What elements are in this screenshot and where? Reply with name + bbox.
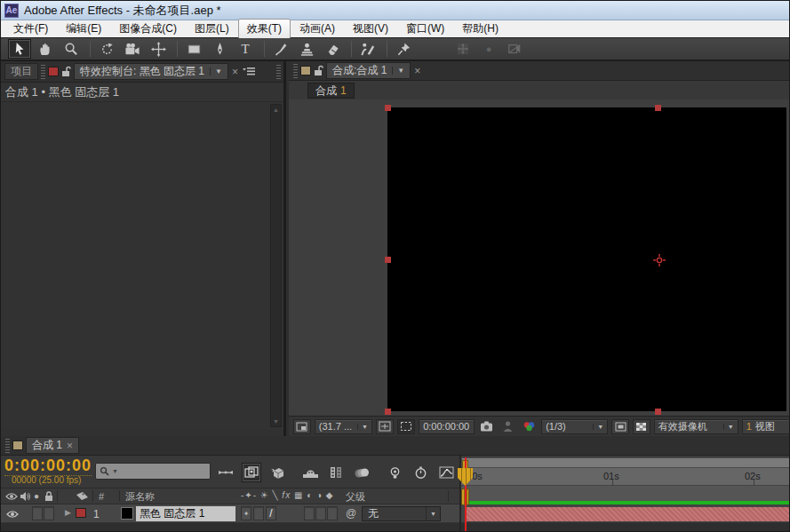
menu-view[interactable]: 视图(V): [344, 19, 397, 39]
puppet-pin-tool-icon[interactable]: [392, 39, 415, 59]
menu-file[interactable]: 文件(F): [4, 19, 57, 39]
layer-shy-toggle[interactable]: ✦: [241, 506, 251, 520]
eraser-tool-icon[interactable]: [321, 39, 344, 59]
tab-composition[interactable]: 合成:合成 1 ▼: [326, 62, 411, 79]
menu-layer[interactable]: 图层(L): [186, 19, 238, 39]
view-axis-mode-icon[interactable]: [503, 39, 526, 59]
layer-label-chip[interactable]: [76, 508, 86, 518]
comp-viewer-button[interactable]: 合成 1: [307, 83, 355, 99]
layer-handle-top-left[interactable]: [385, 105, 391, 111]
close-panel-icon[interactable]: ×: [414, 65, 420, 77]
work-area-bar[interactable]: [461, 457, 790, 468]
vertical-scrollbar[interactable]: ▲ ▼: [270, 104, 282, 427]
column-source-name[interactable]: 源名称: [125, 490, 155, 504]
selection-tool-icon[interactable]: [8, 39, 31, 59]
rotation-tool-icon[interactable]: [95, 39, 118, 59]
layer-expand-icon[interactable]: ▶: [65, 508, 71, 517]
parent-dropdown[interactable]: 无 ▼: [362, 506, 441, 521]
safe-margins-icon[interactable]: [376, 419, 394, 434]
show-channels-icon[interactable]: [520, 419, 538, 434]
unlock-icon[interactable]: [61, 66, 71, 77]
layer-handle-bottom-center[interactable]: [655, 409, 661, 415]
menu-edit[interactable]: 编辑(E): [57, 19, 110, 39]
type-tool-icon[interactable]: T: [234, 39, 257, 59]
layer-duration-bar[interactable]: [466, 507, 790, 521]
layer-audio-toggle[interactable]: [32, 506, 43, 520]
close-panel-icon[interactable]: ×: [232, 66, 238, 78]
transparency-grid-icon[interactable]: [611, 419, 629, 434]
composition-canvas[interactable]: [387, 107, 786, 411]
parent-pickwhip-icon[interactable]: @: [346, 507, 356, 520]
frame-blending-icon[interactable]: [326, 463, 346, 482]
search-options-icon[interactable]: ▼: [112, 468, 118, 474]
roto-brush-tool-icon[interactable]: [356, 39, 379, 59]
live-update-icon[interactable]: [242, 463, 261, 482]
close-tab-icon[interactable]: ×: [67, 440, 73, 452]
composition-viewport[interactable]: [289, 99, 790, 416]
layer-name[interactable]: 黑色 固态层 1: [136, 506, 235, 521]
viewer-timecode[interactable]: 0:00:00:00: [419, 419, 475, 434]
brainstorm-icon[interactable]: [385, 463, 404, 482]
mini-flowchart-icon[interactable]: [216, 463, 235, 482]
panel-grip[interactable]: [276, 65, 281, 79]
current-time-display[interactable]: 0:00:00:00: [4, 457, 92, 476]
unlock-icon[interactable]: [314, 65, 323, 76]
time-ruler[interactable]: :00s 01s 02s: [461, 468, 790, 486]
motion-blur-icon[interactable]: [352, 463, 371, 482]
menu-window[interactable]: 窗口(W): [397, 19, 453, 39]
region-of-interest-icon[interactable]: [397, 419, 415, 434]
panel-menu-icon[interactable]: [242, 67, 256, 76]
column-number[interactable]: #: [99, 491, 104, 502]
layer-solo-toggle[interactable]: [44, 506, 54, 520]
menu-composition[interactable]: 图像合成(C): [110, 19, 186, 39]
layer-adjustment-toggle[interactable]: [315, 506, 326, 520]
tab-dropdown-icon[interactable]: ▼: [210, 67, 222, 75]
snapshot-icon[interactable]: [478, 419, 496, 434]
layer-handle-bottom-left[interactable]: [385, 409, 391, 415]
checkerboard-icon[interactable]: [633, 419, 650, 434]
hand-tool-icon[interactable]: [34, 39, 57, 59]
layer-quality-toggle[interactable]: /: [266, 506, 276, 520]
auto-keyframe-icon[interactable]: [411, 463, 430, 482]
scroll-down-icon[interactable]: ▼: [273, 417, 279, 426]
layer-motionblur-toggle[interactable]: [304, 506, 315, 520]
layer-track-row[interactable]: [461, 504, 790, 523]
layer-collapse-toggle[interactable]: [253, 506, 264, 520]
menu-help[interactable]: 帮助(H): [453, 19, 507, 39]
view-layout-dropdown[interactable]: 1 视图: [742, 419, 790, 434]
clone-stamp-tool-icon[interactable]: [295, 39, 318, 59]
anchor-point-icon[interactable]: [653, 254, 666, 266]
hide-shy-layers-icon[interactable]: [300, 463, 320, 482]
rectangle-tool-icon[interactable]: [182, 39, 205, 59]
show-snapshot-icon[interactable]: [499, 419, 517, 434]
active-camera-dropdown[interactable]: 有效摄像机 ▼: [654, 419, 738, 434]
panel-grip[interactable]: [293, 64, 298, 78]
tab-dropdown-icon[interactable]: ▼: [392, 67, 404, 75]
magnification-dropdown[interactable]: (31.7 ... ▼: [315, 419, 372, 434]
scroll-up-icon[interactable]: ▲: [273, 105, 279, 115]
layer-row[interactable]: ▶ 1 黑色 固态层 1 ✦ / @ 无 ▼: [1, 504, 459, 523]
tab-effect-controls[interactable]: 特效控制台: 黑色 固态层 1 ▼: [74, 63, 228, 80]
pen-tool-icon[interactable]: [208, 39, 231, 59]
layer-handle-top-center[interactable]: [655, 105, 661, 111]
search-field[interactable]: ▼: [95, 463, 211, 480]
always-preview-icon[interactable]: [293, 419, 311, 434]
panel-grip[interactable]: [41, 65, 45, 79]
layer-3d-toggle[interactable]: [327, 506, 338, 520]
unified-camera-tool-icon[interactable]: [121, 39, 144, 59]
draft-3d-icon[interactable]: [267, 463, 287, 482]
tab-project[interactable]: 项目: [4, 63, 38, 80]
menu-animation[interactable]: 动画(A): [291, 19, 344, 39]
layer-handle-left-center[interactable]: [385, 257, 391, 263]
menu-effect[interactable]: 效果(T): [238, 19, 291, 39]
zoom-tool-icon[interactable]: [60, 39, 83, 59]
layer-eye-icon[interactable]: [6, 510, 19, 519]
brush-tool-icon[interactable]: [269, 39, 292, 59]
column-parent[interactable]: 父级: [346, 490, 365, 504]
tab-timeline-comp[interactable]: 合成 1 ×: [26, 437, 79, 454]
panel-grip[interactable]: [5, 439, 10, 453]
graph-editor-icon[interactable]: [436, 463, 456, 482]
world-axis-mode-icon[interactable]: ●: [477, 39, 500, 59]
resolution-dropdown[interactable]: (1/3) ▼: [541, 419, 608, 434]
local-axis-mode-icon[interactable]: [451, 39, 475, 59]
